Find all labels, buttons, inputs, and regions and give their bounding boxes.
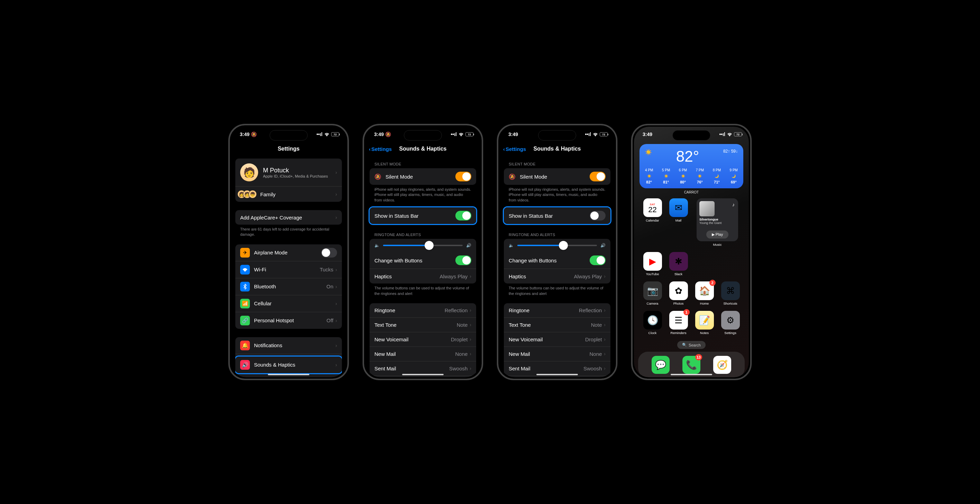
search-icon: 🔍 <box>682 343 687 347</box>
row-text-tone[interactable]: Text Tone Note › <box>369 318 476 332</box>
chevron-right-icon: › <box>604 307 606 313</box>
row-airplane-mode[interactable]: ✈︎ Airplane Mode <box>235 244 342 262</box>
search-button[interactable]: 🔍 Search <box>677 341 706 349</box>
applecare-row[interactable]: Add AppleCare+ Coverage › <box>235 210 342 225</box>
change-with-buttons-toggle[interactable] <box>590 255 606 265</box>
phone-3-sounds-off: 3:49 ••ıl72 ‹ Settings Sounds & Haptics … <box>497 124 617 380</box>
home-icon[interactable]: 🏠2 <box>695 281 714 300</box>
weather-hour: 7 PM☀️76° <box>696 168 704 184</box>
home-indicator[interactable] <box>402 374 444 375</box>
app-home[interactable]: 🏠2Home <box>694 281 715 305</box>
app-shortcuts[interactable]: ⌘Shortcuts <box>719 281 741 305</box>
row-calendar-alerts[interactable]: Calendar Alerts Chord › <box>504 376 611 377</box>
signal-icon: ••ıl <box>585 132 591 137</box>
slack-icon[interactable]: ✱ <box>669 252 688 271</box>
badge: 2 <box>710 280 716 286</box>
show-in-status-bar-toggle[interactable] <box>590 211 606 220</box>
dynamic-island <box>672 130 710 140</box>
row-ringtone[interactable]: Ringtone Reflection › <box>504 303 611 318</box>
chevron-right-icon: › <box>335 284 337 289</box>
haptics-row[interactable]: Haptics Always Play › <box>369 269 476 284</box>
volume-slider-row[interactable]: 🔈 🔊 <box>504 239 611 252</box>
wifi-icon <box>458 132 464 136</box>
volume-slider[interactable] <box>383 245 463 246</box>
music-note-icon: ♪ <box>732 202 735 207</box>
volume-slider-row[interactable]: 🔈 🔊 <box>369 239 476 252</box>
show-in-status-bar-row[interactable]: Show in Status Bar <box>504 207 611 224</box>
silent-mode-toggle[interactable] <box>590 172 606 181</box>
bluetooth-icon <box>240 282 250 292</box>
photos-icon[interactable]: ✿ <box>669 281 688 300</box>
chevron-right-icon: › <box>335 215 337 220</box>
silent-mode-row[interactable]: 🔕 Silent Mode <box>504 168 611 185</box>
row-new-mail[interactable]: New Mail None › <box>369 347 476 361</box>
change-with-buttons-toggle[interactable] <box>455 255 471 265</box>
dock-app[interactable]: 🧭 <box>713 356 731 374</box>
home-indicator[interactable] <box>671 374 712 375</box>
youtube-icon[interactable]: ▶ <box>643 252 662 271</box>
row-new-voicemail[interactable]: New Voicemail Droplet › <box>369 332 476 347</box>
row-new-mail[interactable]: New Mail None › <box>504 347 611 361</box>
change-with-buttons-row[interactable]: Change with Buttons <box>369 252 476 269</box>
app-notes[interactable]: 📝Notes <box>694 311 715 335</box>
nav-title: Settings <box>231 142 346 156</box>
wifi-icon <box>593 132 598 136</box>
row-notifications[interactable]: 🔔 Notifications › <box>235 337 342 354</box>
row-new-voicemail[interactable]: New Voicemail Droplet › <box>504 332 611 347</box>
row-calendar-alerts[interactable]: Calendar Alerts Chord › <box>369 376 476 377</box>
row-sounds-haptics[interactable]: 🔊 Sounds & Haptics › <box>235 357 342 373</box>
back-button[interactable]: ‹ Settings <box>369 146 392 152</box>
back-button[interactable]: ‹ Settings <box>503 146 526 152</box>
airplane-mode-icon: ✈︎ <box>240 248 250 258</box>
camera-icon[interactable]: 📷 <box>643 281 662 300</box>
app-reminders[interactable]: ☰1Reminders <box>668 311 689 335</box>
app-youtube[interactable]: ▶YouTube <box>641 252 663 276</box>
home-indicator[interactable] <box>536 374 578 375</box>
app-mail[interactable]: ✉︎Mail <box>668 198 689 246</box>
row-text-tone[interactable]: Text Tone Note › <box>504 318 611 332</box>
row-ringtone[interactable]: Ringtone Reflection › <box>369 303 476 318</box>
silent-mode-row[interactable]: 🔕 Silent Mode <box>369 168 476 185</box>
status-bar-highlight: Show in Status Bar <box>369 206 477 225</box>
app-calendar[interactable]: SAT22Calendar <box>641 198 663 246</box>
app-slack[interactable]: ✱Slack <box>668 252 689 276</box>
volume-slider[interactable] <box>517 245 597 246</box>
app-settings[interactable]: ⚙︎Settings <box>719 311 741 335</box>
change-with-buttons-row[interactable]: Change with Buttons <box>504 252 611 269</box>
shortcuts-icon[interactable]: ⌘ <box>721 281 740 300</box>
row-focus[interactable]: 🌙 Focus › <box>235 376 342 377</box>
row-personal-hotspot[interactable]: 🔗 Personal HotspotOff› <box>235 312 342 329</box>
app-photos[interactable]: ✿Photos <box>668 281 689 305</box>
dock-app[interactable]: 💬 <box>652 356 670 374</box>
chevron-right-icon: › <box>604 273 606 279</box>
row-cellular[interactable]: 📶 Cellular› <box>235 295 342 312</box>
mail-icon[interactable]: ✉︎ <box>669 198 688 217</box>
app-clock[interactable]: 🕓Clock <box>641 311 663 335</box>
row-wi-fi[interactable]: Wi-FiTucks› <box>235 262 342 278</box>
bell-slash-icon: 🔕 <box>509 174 515 180</box>
profile-row[interactable]: 🧑 M Potuck Apple ID, iCloud+, Media & Pu… <box>235 158 342 187</box>
chevron-right-icon: › <box>335 318 337 323</box>
dock-app[interactable]: 📞13 <box>682 356 700 374</box>
clock-icon[interactable]: 🕓 <box>643 311 662 330</box>
play-button[interactable]: ▶ Play <box>706 231 729 239</box>
silent-mode-toggle[interactable] <box>455 172 471 181</box>
haptics-row[interactable]: Haptics Always Play › <box>504 269 611 284</box>
settings-icon[interactable]: ⚙︎ <box>721 311 740 330</box>
reminders-icon[interactable]: ☰1 <box>669 311 688 330</box>
show-in-status-bar-toggle[interactable] <box>455 211 471 220</box>
row-bluetooth[interactable]: BluetoothOn› <box>235 278 342 295</box>
app-camera[interactable]: 📷Camera <box>641 281 663 305</box>
weather-widget[interactable]: ☀️ 82° 82↑ 59↓ 4 PM☀️82°5 PM☀️81°6 PM☀️8… <box>640 144 743 188</box>
airplane-toggle[interactable] <box>321 248 337 258</box>
notes-icon[interactable]: 📝 <box>695 311 714 330</box>
dynamic-island <box>404 130 442 140</box>
home-indicator[interactable] <box>268 374 309 375</box>
family-row[interactable]: 👩🧑👦 Family › <box>235 187 342 202</box>
volume-footer: The volume buttons can be used to adjust… <box>504 284 611 298</box>
show-in-status-bar-row[interactable]: Show in Status Bar <box>369 207 476 224</box>
signal-icon: ••ıl <box>316 132 323 137</box>
music-widget[interactable]: ♪ SilvertongueYoung the Giant ▶ Play Mus… <box>694 198 741 246</box>
silent-status-icon: 🔕 <box>385 132 391 137</box>
calendar-icon[interactable]: SAT22 <box>643 198 662 217</box>
